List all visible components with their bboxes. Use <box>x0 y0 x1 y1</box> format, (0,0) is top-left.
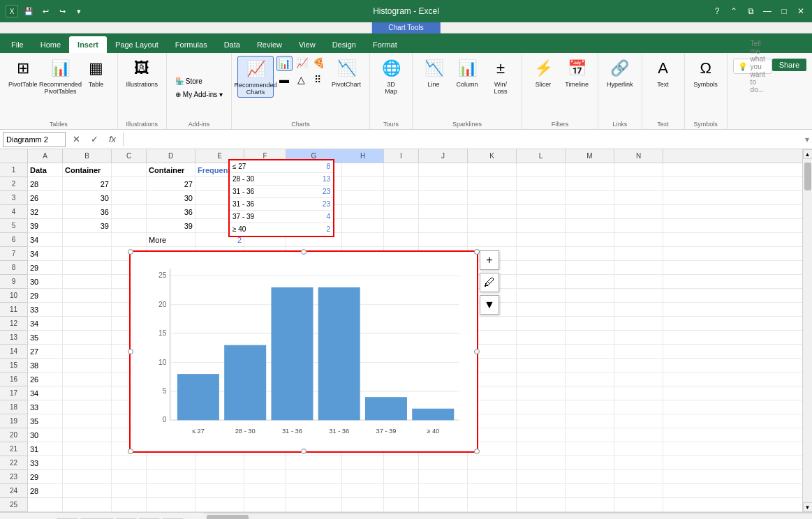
cell-E25[interactable] <box>195 498 244 512</box>
cell-D23[interactable] <box>147 470 195 484</box>
cell-c3[interactable] <box>112 191 147 205</box>
cell-m6[interactable] <box>566 233 614 247</box>
cell-a1[interactable]: Data <box>28 163 63 177</box>
cell-N17[interactable] <box>614 386 663 400</box>
cell-k2[interactable] <box>468 177 517 191</box>
data-label-2[interactable]: 28 - 30 <box>230 173 305 185</box>
cell-j4[interactable] <box>419 205 468 219</box>
my-addins-btn[interactable]: ⊕ My Add-ins ▾ <box>172 89 226 100</box>
row-num-1[interactable]: 1 <box>0 163 28 177</box>
h-scroll-thumb[interactable] <box>207 515 249 520</box>
cell-A20[interactable]: 30 <box>28 428 63 442</box>
bar-1[interactable] <box>177 374 219 420</box>
cell-b1[interactable]: Container <box>63 163 112 177</box>
formula-input[interactable] <box>126 132 802 147</box>
recommended-charts-btn[interactable]: 📈 RecommendedCharts <box>237 56 274 98</box>
cell-i1[interactable] <box>384 163 419 177</box>
row-num-2[interactable]: 2 <box>0 177 28 191</box>
row-num-6[interactable]: 6 <box>0 233 28 247</box>
tab-home[interactable]: Home <box>32 36 69 53</box>
cell-c4[interactable] <box>112 205 147 219</box>
scroll-up-btn[interactable]: ▲ <box>803 149 813 159</box>
cell-d5[interactable]: 39 <box>147 219 195 233</box>
row-num-14[interactable]: 14 <box>0 345 28 359</box>
cell-E24[interactable] <box>195 484 244 498</box>
cell-M14[interactable] <box>566 345 614 359</box>
row-num-10[interactable]: 10 <box>0 289 28 303</box>
vertical-scrollbar[interactable]: ▲ ▼ <box>802 149 812 512</box>
cell-d1[interactable]: Container <box>147 163 195 177</box>
col-header-m[interactable]: M <box>566 149 614 163</box>
col-header-i[interactable]: I <box>384 149 419 163</box>
cell-b4[interactable]: 36 <box>63 205 112 219</box>
cell-n4[interactable] <box>614 205 663 219</box>
data-label-6[interactable]: ≥ 40 <box>230 223 305 236</box>
cell-D22[interactable] <box>147 456 195 470</box>
data-label-3[interactable]: 31 - 36 <box>230 186 305 197</box>
cell-l6[interactable] <box>517 233 566 247</box>
cell-a3[interactable]: 26 <box>28 191 63 205</box>
data-label-5[interactable]: 37 - 39 <box>230 211 305 223</box>
cell-M16[interactable] <box>566 373 614 386</box>
data-val-3[interactable]: 23 <box>305 186 333 197</box>
ribbon-collapse-btn[interactable]: ⌃ <box>728 6 739 17</box>
cell-A21[interactable]: 31 <box>28 442 63 456</box>
cell-L9[interactable] <box>517 275 566 289</box>
cell-B8[interactable] <box>63 261 112 275</box>
cell-H23[interactable] <box>342 470 384 484</box>
cell-I24[interactable] <box>384 484 419 498</box>
cell-L18[interactable] <box>517 400 566 414</box>
cell-a4[interactable]: 32 <box>28 205 63 219</box>
line-chart-btn[interactable]: 📈 <box>294 56 309 71</box>
cell-k1[interactable] <box>468 163 517 177</box>
row-num-9[interactable]: 9 <box>0 275 28 289</box>
win-loss-btn[interactable]: ± Win/Loss <box>485 56 516 96</box>
cell-A12[interactable]: 34 <box>28 317 63 331</box>
cell-a2[interactable]: 28 <box>28 177 63 191</box>
cell-l7[interactable] <box>517 247 566 261</box>
cell-l3[interactable] <box>517 191 566 205</box>
cell-K23[interactable] <box>468 470 517 484</box>
cell-A18[interactable]: 33 <box>28 400 63 414</box>
data-val-4[interactable]: 23 <box>305 198 333 210</box>
maximize-btn[interactable]: □ <box>778 6 790 17</box>
cell-m7[interactable] <box>566 247 614 261</box>
area-chart-btn[interactable]: △ <box>293 73 309 86</box>
tab-file[interactable]: File <box>3 36 32 53</box>
recommended-pivottables-btn[interactable]: 📊 RecommendedPivotTables <box>43 56 78 96</box>
bar-3[interactable] <box>271 287 313 420</box>
row-num-4[interactable]: 4 <box>0 205 28 219</box>
row-num-11[interactable]: 11 <box>0 303 28 317</box>
cell-j3[interactable] <box>419 191 468 205</box>
cell-N15[interactable] <box>614 359 663 373</box>
cell-M25[interactable] <box>566 498 614 512</box>
cell-L8[interactable] <box>517 261 566 275</box>
illustrations-btn[interactable]: 🖼 Illustrations <box>124 56 161 89</box>
qat-dropdown-btn[interactable]: ▾ <box>73 5 85 17</box>
tab-pagelayout[interactable]: Page Layout <box>107 36 167 53</box>
cell-B10[interactable] <box>63 289 112 303</box>
cell-K24[interactable] <box>468 484 517 498</box>
cell-M9[interactable] <box>566 275 614 289</box>
cell-n5[interactable] <box>614 219 663 233</box>
close-btn[interactable]: ✕ <box>795 6 806 17</box>
cell-L10[interactable] <box>517 289 566 303</box>
cell-N10[interactable] <box>614 289 663 303</box>
cell-L12[interactable] <box>517 317 566 331</box>
cell-G22[interactable] <box>286 456 342 470</box>
cell-A23[interactable]: 29 <box>28 470 63 484</box>
formula-cancel-btn[interactable]: ✕ <box>68 132 84 147</box>
cell-M11[interactable] <box>566 303 614 317</box>
cell-A17[interactable]: 34 <box>28 386 63 400</box>
cell-l4[interactable] <box>517 205 566 219</box>
row-num-12[interactable]: 12 <box>0 317 28 331</box>
3d-map-btn[interactable]: 🌐 3DMap <box>376 56 406 96</box>
cell-C24[interactable] <box>112 484 147 498</box>
cell-C23[interactable] <box>112 470 147 484</box>
row-num-21[interactable]: 21 <box>0 442 28 456</box>
cell-h5[interactable] <box>342 219 384 233</box>
cell-a6[interactable]: 34 <box>28 233 63 247</box>
restore-btn[interactable]: ⧉ <box>745 6 756 17</box>
cell-A14[interactable]: 27 <box>28 345 63 359</box>
formula-confirm-btn[interactable]: ✓ <box>87 132 102 147</box>
